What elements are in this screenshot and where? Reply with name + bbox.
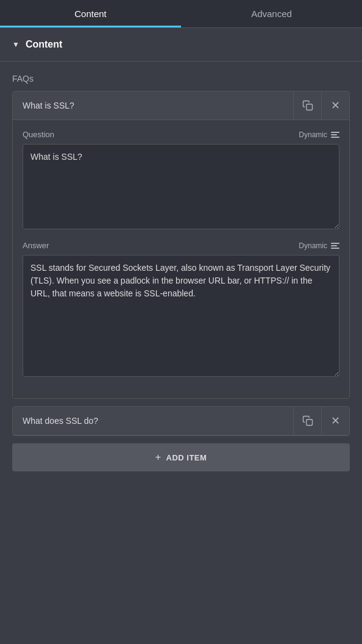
svg-rect-1 [306, 420, 312, 426]
tab-bar: Content Advanced [0, 0, 362, 28]
answer-field-row: Answer Dynamic [23, 241, 339, 379]
question-dynamic-icon [331, 132, 339, 138]
section-title: Content [26, 39, 62, 50]
close-icon: ✕ [331, 99, 340, 112]
question-textarea[interactable] [23, 144, 339, 229]
question-dynamic-toggle[interactable]: Dynamic [299, 131, 339, 139]
question-label: Question [23, 130, 54, 139]
main-content: FAQs What is SSL? ✕ Ques [0, 62, 362, 484]
tab-content[interactable]: Content [0, 0, 181, 27]
faq-item-2-actions: ✕ [293, 407, 349, 435]
faqs-label: FAQs [12, 74, 350, 84]
tab-advanced[interactable]: Advanced [181, 0, 362, 27]
plus-icon: + [155, 452, 161, 463]
close-icon-2: ✕ [331, 414, 340, 428]
answer-label-row: Answer Dynamic [23, 241, 339, 250]
add-item-label: ADD ITEM [166, 453, 207, 462]
collapse-arrow-icon: ▼ [12, 40, 20, 49]
answer-dynamic-icon [331, 243, 339, 249]
add-item-button[interactable]: + ADD ITEM [12, 443, 350, 471]
question-label-row: Question Dynamic [23, 130, 339, 139]
answer-label: Answer [23, 241, 49, 250]
faq-item-1-delete-button[interactable]: ✕ [321, 91, 349, 120]
duplicate-icon-2 [302, 415, 313, 426]
faq-item-2-delete-button[interactable]: ✕ [321, 407, 349, 435]
faq-item-1-expanded: Question Dynamic Answer [13, 120, 349, 398]
faq-item-2: What does SSL do? ✕ [12, 406, 350, 436]
answer-dynamic-label: Dynamic [299, 242, 327, 250]
section-header[interactable]: ▼ Content [0, 28, 362, 62]
question-field-row: Question Dynamic [23, 130, 339, 231]
answer-textarea[interactable] [23, 255, 339, 377]
faq-item-1-actions: ✕ [293, 91, 349, 120]
faq-item-2-title: What does SSL do? [13, 407, 293, 434]
duplicate-icon [302, 100, 313, 111]
faq-item-2-header[interactable]: What does SSL do? ✕ [13, 407, 349, 435]
faq-item-1-duplicate-button[interactable] [293, 91, 321, 120]
faq-item-1-title: What is SSL? [13, 92, 293, 119]
question-dynamic-label: Dynamic [299, 131, 327, 139]
faq-item-1-header[interactable]: What is SSL? ✕ [13, 91, 349, 120]
faq-item-2-duplicate-button[interactable] [293, 407, 321, 435]
svg-rect-0 [306, 104, 312, 110]
faq-item-1: What is SSL? ✕ Question [12, 91, 350, 399]
answer-dynamic-toggle[interactable]: Dynamic [299, 242, 339, 250]
